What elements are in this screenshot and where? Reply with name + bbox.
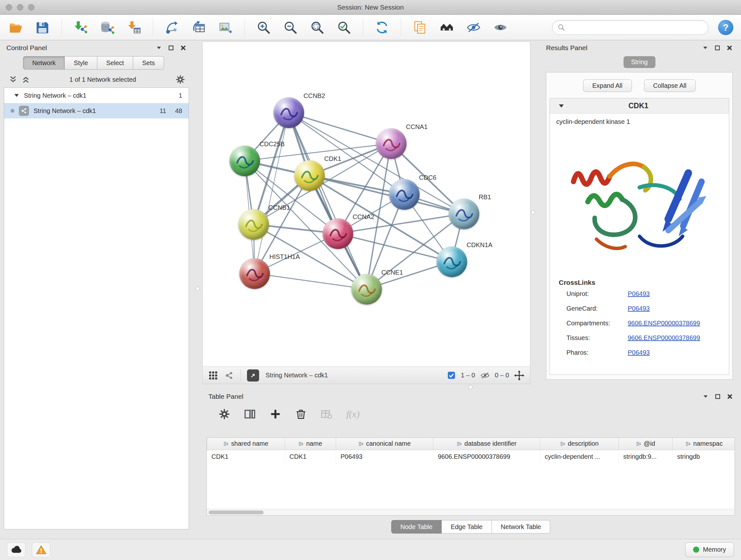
network-node-CDKN1A[interactable]: [436, 246, 467, 277]
tab-select[interactable]: Select: [97, 56, 133, 70]
collapse-panel-icon[interactable]: [702, 45, 709, 51]
maximize-window-button[interactable]: [28, 4, 35, 10]
network-row[interactable]: String Network – cdk1 11 48: [4, 103, 189, 118]
close-panel-icon[interactable]: [726, 45, 733, 51]
hidden-eye-slash-icon[interactable]: [480, 371, 490, 380]
search-box[interactable]: [552, 20, 709, 35]
horizontal-scrollbar[interactable]: [207, 509, 735, 515]
network-node-CCNB2[interactable]: [273, 98, 304, 128]
tab-style[interactable]: Style: [65, 56, 97, 70]
function-builder-icon[interactable]: f(x): [346, 409, 360, 420]
crosslink-row: Uniprot: P06493: [550, 287, 729, 301]
export-image-icon[interactable]: [218, 19, 233, 36]
column-header-name[interactable]: name: [285, 438, 336, 450]
network-node-CCNA1[interactable]: [376, 128, 407, 159]
column-header-id[interactable]: @id: [619, 438, 673, 450]
save-session-icon[interactable]: [35, 19, 51, 36]
network-node-CCNA2[interactable]: [323, 219, 353, 249]
hide-graphics-details-icon[interactable]: [466, 19, 482, 36]
crosslink-link[interactable]: P06493: [628, 349, 650, 356]
warnings-button[interactable]: [32, 543, 51, 557]
network-node-CCNE1[interactable]: [351, 274, 382, 305]
refresh-view-icon[interactable]: [374, 19, 390, 36]
column-header-canonical-name[interactable]: canonical name: [336, 438, 433, 450]
crosslink-link[interactable]: 9606.ENSP00000378699: [628, 334, 700, 341]
detach-view-button[interactable]: [247, 369, 259, 381]
memory-button[interactable]: Memory: [685, 543, 734, 557]
cloud-button[interactable]: [7, 543, 25, 557]
tab-node-table[interactable]: Node Table: [391, 520, 442, 534]
tree-expand-icon[interactable]: [14, 92, 19, 98]
zoom-fit-icon[interactable]: [309, 19, 325, 36]
import-network-from-database-icon[interactable]: [99, 19, 115, 36]
scrollbar-thumb[interactable]: [209, 510, 264, 514]
open-session-icon[interactable]: [8, 19, 23, 36]
tab-network[interactable]: Network: [23, 56, 65, 70]
expand-all-button[interactable]: Expand All: [583, 79, 632, 92]
minimize-window-button[interactable]: [17, 4, 23, 10]
selected-checkbox-icon[interactable]: [447, 371, 456, 380]
table-options-gear-icon[interactable]: [219, 408, 230, 420]
expand-all-networks-icon[interactable]: [22, 75, 30, 84]
float-panel-icon[interactable]: [715, 393, 721, 400]
pan-crosshair-icon[interactable]: [514, 370, 524, 381]
network-node-HIST1H1A[interactable]: [239, 258, 270, 289]
tab-sets[interactable]: Sets: [133, 56, 164, 70]
column-header-namespace[interactable]: namespac: [673, 438, 735, 450]
column-header-shared-name[interactable]: shared name: [207, 438, 285, 450]
copy-documents-icon[interactable]: [412, 19, 428, 36]
search-input[interactable]: [568, 24, 703, 31]
birds-eye-view-icon[interactable]: [208, 371, 218, 380]
import-table-icon[interactable]: [126, 19, 142, 36]
homes-icon[interactable]: [439, 19, 455, 36]
zoom-selected-icon[interactable]: [336, 19, 352, 36]
float-panel-icon[interactable]: [714, 45, 721, 51]
network-node-CCNB1[interactable]: [239, 209, 269, 240]
insert-column-icon[interactable]: [244, 408, 256, 420]
network-node-RB1[interactable]: [449, 199, 479, 229]
network-canvas[interactable]: CCNB2CCNA1CDC25BCDK1CDC6RB1CCNB1CCNA2CDK…: [203, 42, 530, 367]
collapse-panel-icon[interactable]: [156, 45, 162, 51]
crosslink-link[interactable]: 9606.ENSP00000378699: [628, 320, 700, 327]
network-edge[interactable]: [309, 176, 463, 214]
collapse-all-button[interactable]: Collapse All: [644, 79, 696, 92]
left-splitter-handle[interactable]: [196, 287, 200, 291]
network-edge[interactable]: [255, 113, 289, 273]
network-node-CDK1[interactable]: [294, 160, 325, 191]
collapse-all-networks-icon[interactable]: [9, 75, 17, 84]
network-edge[interactable]: [288, 113, 366, 289]
network-node-CDC25B[interactable]: [229, 145, 260, 176]
tab-edge-table[interactable]: Edge Table: [442, 520, 492, 534]
import-network-from-file-icon[interactable]: [72, 19, 88, 36]
close-panel-icon[interactable]: [727, 393, 733, 400]
tab-network-table[interactable]: Network Table: [492, 520, 550, 534]
network-collection-row[interactable]: String Network – cdk1 1: [4, 88, 189, 103]
share-network-icon[interactable]: [224, 371, 234, 380]
column-header-database-identifier[interactable]: database identifier: [433, 438, 540, 450]
float-panel-icon[interactable]: [168, 45, 174, 51]
clear-table-icon[interactable]: [321, 408, 332, 420]
add-column-plus-icon[interactable]: [270, 408, 281, 420]
bottom-splitter-handle[interactable]: [468, 385, 473, 389]
crosslink-link[interactable]: P06493: [628, 290, 650, 298]
section-collapse-icon[interactable]: [558, 103, 564, 109]
network-node-CDC6[interactable]: [389, 179, 420, 210]
tab-string-results[interactable]: String: [623, 56, 655, 68]
help-button[interactable]: ?: [718, 20, 733, 35]
network-options-gear-icon[interactable]: [176, 75, 185, 84]
table-row[interactable]: CDK1 CDK1 P06493 9606.ENSP00000378699 cy…: [207, 450, 735, 463]
show-graphics-details-icon[interactable]: [492, 19, 509, 36]
new-table-icon[interactable]: [191, 19, 207, 36]
table-header-row: shared name name canonical name database…: [207, 438, 735, 450]
crosslink-link[interactable]: P06493: [628, 305, 650, 312]
close-window-button[interactable]: [6, 4, 12, 10]
zoom-in-icon[interactable]: [256, 19, 272, 36]
delete-column-trash-icon[interactable]: [295, 408, 307, 420]
new-network-icon[interactable]: [164, 19, 180, 36]
close-panel-icon[interactable]: [180, 45, 186, 51]
network-edge[interactable]: [255, 273, 366, 289]
zoom-out-icon[interactable]: [282, 19, 298, 36]
column-header-description[interactable]: description: [540, 438, 619, 450]
collapse-panel-icon[interactable]: [702, 393, 709, 400]
right-splitter-handle[interactable]: [531, 210, 535, 214]
